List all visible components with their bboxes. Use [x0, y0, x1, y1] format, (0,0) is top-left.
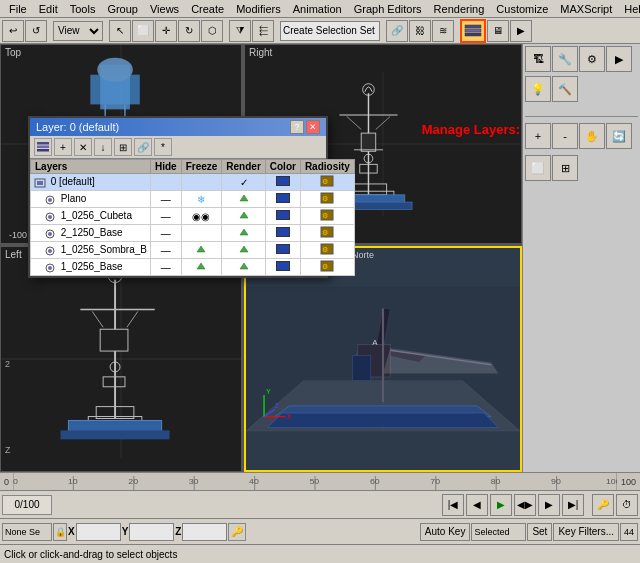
set-button[interactable]: Set [527, 523, 552, 541]
key-filters-button[interactable]: Key Filters... [553, 523, 619, 541]
layer-hide-cell[interactable]: — [150, 191, 181, 208]
rp-zoom-out-button[interactable]: - [552, 123, 578, 149]
menu-maxscript[interactable]: MAXScript [555, 0, 617, 17]
layer-freeze-cell[interactable] [181, 174, 222, 191]
new-layer-btn[interactable]: + [54, 138, 72, 156]
layer-radiosity-cell[interactable]: ⚙ [300, 174, 354, 191]
play-back-btn[interactable]: ◀▶ [514, 494, 536, 516]
scale-button[interactable]: ⬡ [201, 20, 223, 42]
layer-color-cell[interactable] [265, 225, 300, 242]
layer-color-cell[interactable] [265, 259, 300, 276]
menu-group[interactable]: Group [102, 0, 143, 17]
link-button[interactable]: 🔗 [386, 20, 408, 42]
rp-maximize-button[interactable]: ⬜ [525, 155, 551, 181]
menu-views[interactable]: Views [145, 0, 184, 17]
layer-render-cell[interactable]: ✓ [222, 174, 265, 191]
layer-hide-cell[interactable]: — [150, 242, 181, 259]
select-button[interactable]: ↖ [109, 20, 131, 42]
selected-dropdown[interactable]: Selected [471, 523, 526, 541]
mirror-button[interactable]: ⧩ [229, 20, 251, 42]
layer-radiosity-cell[interactable]: ⚙ [300, 191, 354, 208]
lock-icon[interactable]: 🔒 [53, 523, 67, 541]
prev-frame-btn[interactable]: ◀ [466, 494, 488, 516]
layer-radiosity-cell[interactable]: ⚙ [300, 259, 354, 276]
menu-animation[interactable]: Animation [288, 0, 347, 17]
table-row[interactable]: 2_1250_Base — ⚙ [31, 225, 355, 242]
layer-color-cell[interactable] [265, 191, 300, 208]
table-row[interactable]: 1_0256_Base — ⚙ [31, 259, 355, 276]
rp-display-button[interactable]: 💡 [525, 76, 551, 102]
layer-radiosity-cell[interactable]: ⚙ [300, 225, 354, 242]
table-row[interactable]: 1_0256_Sombra_B — ⚙ [31, 242, 355, 259]
layer-dialog-titlebar[interactable]: Layer: 0 (default) ? ✕ [30, 118, 326, 136]
layer-freeze-cell[interactable]: ◉◉ [181, 208, 222, 225]
layer-freeze-cell[interactable] [181, 225, 222, 242]
menu-graph-editors[interactable]: Graph Editors [349, 0, 427, 17]
rp-utilities-button[interactable]: 🔨 [552, 76, 578, 102]
viewport-left[interactable]: Left [0, 246, 242, 472]
dialog-help-btn[interactable]: ? [290, 120, 304, 134]
rp-create-button[interactable]: 🏗 [525, 46, 551, 72]
go-to-start-btn[interactable]: |◀ [442, 494, 464, 516]
rp-view-select-button[interactable]: ⊞ [552, 155, 578, 181]
y-input[interactable] [129, 523, 174, 541]
layer-hide-cell[interactable]: — [150, 225, 181, 242]
frame-number-input[interactable]: 44 [620, 523, 638, 541]
create-selection-set[interactable]: Create Selection Set [280, 21, 380, 41]
render-setup-button[interactable]: 🖥 [487, 20, 509, 42]
unlink-button[interactable]: ⛓ [409, 20, 431, 42]
viewport-perspective[interactable]: Grúa Hidáulica Unificada Norte [244, 246, 522, 472]
layer-hide-cell[interactable]: — [150, 208, 181, 225]
layer-color-cell[interactable] [265, 208, 300, 225]
rp-zoom-button[interactable]: + [525, 123, 551, 149]
auto-key-button[interactable]: Auto Key [420, 523, 471, 541]
menu-rendering[interactable]: Rendering [429, 0, 490, 17]
menu-file[interactable]: File [4, 0, 32, 17]
filter-dropdown[interactable]: None Se [2, 523, 52, 541]
render-button[interactable]: ▶ [510, 20, 532, 42]
scrubber-bar[interactable]: 0 0 10 20 30 40 50 [0, 472, 640, 490]
menu-modifiers[interactable]: Modifiers [231, 0, 286, 17]
layer-freeze-cell[interactable] [181, 259, 222, 276]
layer-hide-cell[interactable]: — [150, 259, 181, 276]
layer-color-cell[interactable] [265, 174, 300, 191]
select-objects-btn[interactable]: ⊞ [114, 138, 132, 156]
rp-pan-button[interactable]: ✋ [579, 123, 605, 149]
rp-motion-button[interactable]: ▶ [606, 46, 632, 72]
layer-radiosity-cell[interactable]: ⚙ [300, 242, 354, 259]
layer-render-cell[interactable] [222, 259, 265, 276]
rp-rotate-button[interactable]: 🔄 [606, 123, 632, 149]
layers-button[interactable] [460, 19, 486, 43]
go-to-end-btn[interactable]: ▶| [562, 494, 584, 516]
rp-hierarchy-button[interactable]: ⚙ [579, 46, 605, 72]
layer-color-cell[interactable] [265, 242, 300, 259]
view-dropdown[interactable]: View [53, 21, 103, 41]
layer-render-cell[interactable] [222, 225, 265, 242]
menu-help[interactable]: Help [619, 0, 640, 17]
rp-modify-button[interactable]: 🔧 [552, 46, 578, 72]
bind-button[interactable]: ≋ [432, 20, 454, 42]
link-layers-btn[interactable]: 🔗 [134, 138, 152, 156]
time-cfg-btn[interactable]: ⏱ [616, 494, 638, 516]
redo-button[interactable]: ↺ [25, 20, 47, 42]
z-input[interactable] [182, 523, 227, 541]
add-to-layer-btn[interactable]: ↓ [94, 138, 112, 156]
play-btn[interactable]: ▶ [490, 494, 512, 516]
layer-render-cell[interactable] [222, 208, 265, 225]
layer-freeze-cell[interactable]: ❄ [181, 191, 222, 208]
move-button[interactable]: ✛ [155, 20, 177, 42]
table-row[interactable]: Plano — ❄ ⚙ [31, 191, 355, 208]
align-button[interactable]: ⬱ [252, 20, 274, 42]
layer-render-cell[interactable] [222, 242, 265, 259]
menu-create[interactable]: Create [186, 0, 229, 17]
rotate-button[interactable]: ↻ [178, 20, 200, 42]
x-input[interactable] [76, 523, 121, 541]
undo-button[interactable]: ↩ [2, 20, 24, 42]
next-frame-btn[interactable]: ▶ [538, 494, 560, 516]
layer-freeze-cell[interactable] [181, 242, 222, 259]
layer-hide-cell[interactable] [150, 174, 181, 191]
menu-tools[interactable]: Tools [65, 0, 101, 17]
layer-render-cell[interactable] [222, 191, 265, 208]
select-region-button[interactable]: ⬜ [132, 20, 154, 42]
key-mode-btn[interactable]: 🔑 [592, 494, 614, 516]
